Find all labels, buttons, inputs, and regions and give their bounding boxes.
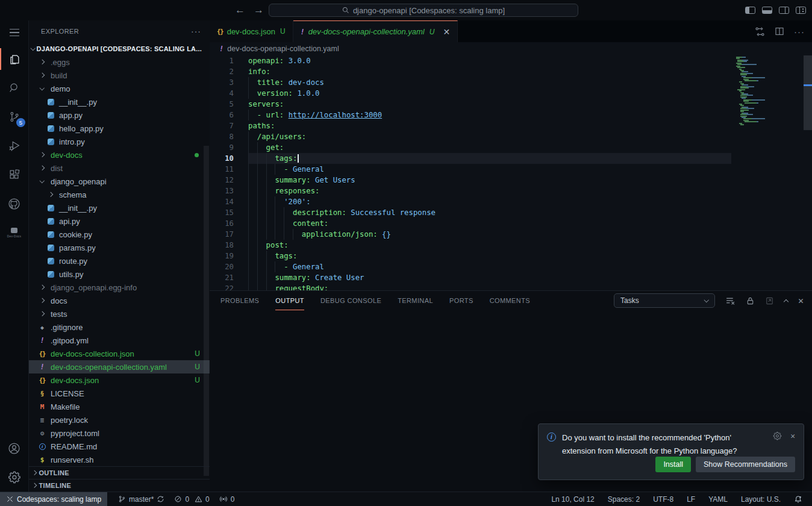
editor-tab-dev-docs-openapi-collection.yaml[interactable]: !dev-docs-openapi-collection.yamlU✕: [293, 20, 458, 42]
notification-settings-gear-icon[interactable]: [773, 431, 782, 440]
code-line-3[interactable]: 3title: dev-docs: [210, 77, 812, 88]
clear-output-icon[interactable]: [725, 296, 735, 306]
tree-file-LICENSE[interactable]: §LICENSE: [29, 387, 210, 400]
maximize-panel-icon[interactable]: [784, 299, 789, 304]
code-line-16[interactable]: 16content:: [210, 218, 812, 229]
editor-scrollbar[interactable]: [804, 55, 812, 290]
github-icon[interactable]: [0, 189, 28, 218]
tree-file-poetry.lock[interactable]: ≡poetry.lock: [29, 413, 210, 426]
run-debug-icon[interactable]: [0, 131, 28, 160]
tree-file-hello_app.py[interactable]: hello_app.py: [29, 122, 210, 135]
notification-close-icon[interactable]: ✕: [790, 431, 795, 458]
encoding[interactable]: UTF-8: [648, 495, 678, 504]
code-line-6[interactable]: 6- url: http://localhost:3000: [210, 110, 812, 120]
code-line-2[interactable]: 2info:: [210, 66, 812, 77]
language-mode[interactable]: YAML: [704, 495, 732, 504]
tree-file-utils.py[interactable]: utils.py: [29, 267, 210, 281]
settings-gear-icon[interactable]: [0, 463, 28, 492]
indentation[interactable]: Spaces: 2: [603, 495, 645, 504]
devdocs-extension-icon[interactable]: Dev-Docs: [0, 218, 28, 247]
editor-tab-dev-docs.json[interactable]: {}dev-docs.jsonU: [210, 20, 293, 42]
code-line-17[interactable]: 17application/json: {}: [210, 229, 812, 240]
notifications-bell-icon[interactable]: [789, 495, 807, 504]
sidebar-more-actions-icon[interactable]: ···: [191, 27, 201, 36]
cursor-position[interactable]: Ln 10, Col 12: [546, 495, 599, 504]
tree-file-.gitignore[interactable]: ◆.gitignore: [29, 320, 210, 334]
tree-file-dev-docs-collection.json[interactable]: {}dev-docs-collection.jsonU: [29, 347, 210, 360]
back-arrow-icon[interactable]: ←: [235, 4, 245, 16]
forward-arrow-icon[interactable]: →: [254, 4, 264, 16]
code-line-9[interactable]: 9get:: [210, 142, 812, 153]
tree-folder-django_openapi.egg-info[interactable]: django_openapi.egg-info: [29, 281, 210, 294]
code-line-1[interactable]: 1openapi: 3.0.0: [210, 55, 812, 66]
tree-file-intro.py[interactable]: intro.py: [29, 135, 210, 148]
tree-file-params.py[interactable]: params.py: [29, 241, 210, 254]
panel-tab-output[interactable]: OUTPUT: [275, 291, 304, 310]
output-channel-select[interactable]: Tasks: [614, 293, 715, 308]
tree-folder-docs[interactable]: docs: [29, 294, 210, 307]
panel-tab-problems[interactable]: PROBLEMS: [220, 291, 259, 310]
panel-tab-comments[interactable]: COMMENTS: [490, 291, 530, 310]
panel-tab-debug-console[interactable]: DEBUG CONSOLE: [320, 291, 381, 310]
split-editor-icon[interactable]: [775, 27, 784, 36]
tree-file-runserver.sh[interactable]: $runserver.sh: [29, 453, 210, 466]
tree-folder-dev-docs[interactable]: dev-docs: [29, 148, 210, 161]
code-line-22[interactable]: 22requestBody:: [210, 283, 812, 290]
search-view-icon[interactable]: [0, 73, 28, 102]
sync-icon[interactable]: [157, 495, 164, 503]
remote-indicator[interactable]: Codespaces: scaling lamp: [0, 492, 107, 506]
close-panel-icon[interactable]: ✕: [798, 295, 804, 306]
explorer-icon[interactable]: [0, 45, 28, 73]
open-output-in-editor-icon[interactable]: [765, 296, 774, 305]
keyboard-layout[interactable]: Layout: U.S.: [736, 495, 785, 504]
install-button[interactable]: Install: [655, 457, 691, 472]
show-recommendations-button[interactable]: Show Recommendations: [696, 457, 795, 472]
code-line-14[interactable]: 14'200':: [210, 196, 812, 207]
minimap[interactable]: [736, 57, 802, 126]
code-line-5[interactable]: 5servers:: [210, 99, 812, 110]
tree-file-.gitpod.yml[interactable]: !.gitpod.yml: [29, 334, 210, 347]
code-editor[interactable]: 1openapi: 3.0.02info:3title: dev-docs4ve…: [210, 55, 812, 290]
tree-folder-tests[interactable]: tests: [29, 307, 210, 320]
code-line-19[interactable]: 19tags:: [210, 251, 812, 261]
toggle-secondary-sidebar-icon[interactable]: [779, 7, 789, 14]
code-line-12[interactable]: 12summary: Get Users: [210, 175, 812, 186]
tree-file-api.py[interactable]: api.py: [29, 214, 210, 228]
timeline-section[interactable]: TIMELINE: [29, 479, 210, 492]
problems-indicator[interactable]: 0 0: [169, 492, 214, 506]
tree-file-Makefile[interactable]: MMakefile: [29, 400, 210, 413]
toggle-sidebar-icon[interactable]: [745, 7, 755, 14]
code-line-21[interactable]: 21summary: Create User: [210, 272, 812, 283]
code-line-4[interactable]: 4version: 1.0.0: [210, 88, 812, 99]
code-line-11[interactable]: 11- General: [210, 164, 812, 175]
code-line-10[interactable]: 10tags:: [210, 153, 812, 164]
outline-section[interactable]: OUTLINE: [29, 466, 210, 479]
menu-icon[interactable]: [0, 20, 28, 45]
tree-folder-dist[interactable]: dist: [29, 161, 210, 175]
workspace-root-row[interactable]: DJANGO-OPENAPI [CODESPACES: SCALING LA..…: [29, 42, 210, 55]
panel-tab-terminal[interactable]: TERMINAL: [398, 291, 433, 310]
tab-close-icon[interactable]: ✕: [443, 27, 450, 37]
source-control-icon[interactable]: 5: [0, 102, 28, 131]
code-line-20[interactable]: 20- General: [210, 261, 812, 272]
tree-file-route.py[interactable]: route.py: [29, 254, 210, 267]
tree-folder-schema[interactable]: schema: [29, 188, 210, 201]
code-line-13[interactable]: 13responses:: [210, 186, 812, 196]
tree-file-cookie.py[interactable]: cookie.py: [29, 228, 210, 241]
tree-folder-.eggs[interactable]: .eggs: [29, 55, 210, 69]
tree-folder-django_openapi[interactable]: django_openapi: [29, 175, 210, 188]
eol-sequence[interactable]: LF: [682, 495, 700, 504]
ports-indicator[interactable]: 0: [214, 492, 240, 506]
tree-file-dev-docs-openapi-collection.yaml[interactable]: !dev-docs-openapi-collection.yamlU: [29, 360, 210, 373]
tree-file-app.py[interactable]: app.py: [29, 108, 210, 122]
customize-layout-icon[interactable]: [796, 7, 806, 14]
open-changes-icon[interactable]: [755, 27, 765, 37]
breadcrumb[interactable]: ! dev-docs-openapi-collection.yaml: [210, 42, 812, 55]
tree-folder-demo[interactable]: demo: [29, 82, 210, 95]
code-line-8[interactable]: 8/api/users:: [210, 131, 812, 142]
tree-file-dev-docs.json[interactable]: {}dev-docs.jsonU: [29, 373, 210, 387]
lock-icon[interactable]: [746, 296, 755, 305]
panel-tab-ports[interactable]: PORTS: [449, 291, 473, 310]
account-icon[interactable]: [0, 434, 28, 463]
toggle-panel-icon[interactable]: [762, 7, 772, 14]
